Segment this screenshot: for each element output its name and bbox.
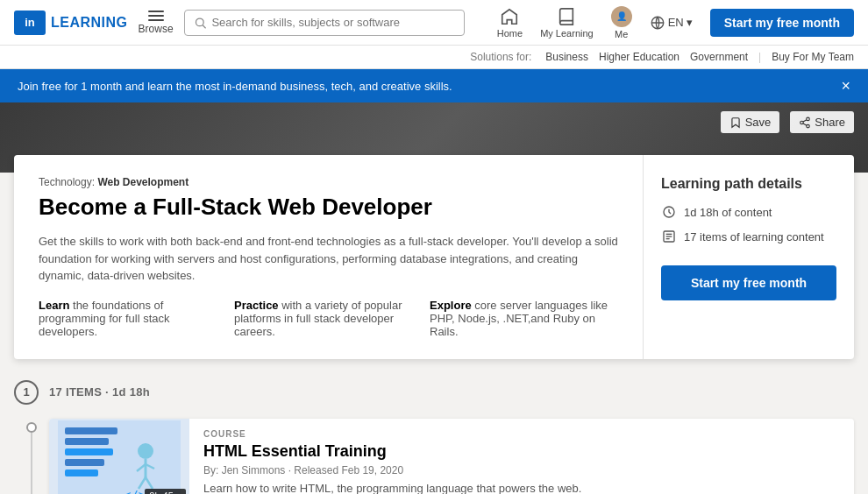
course-meta-1: By: Jen Simmons · Released Feb 19, 2020 <box>203 464 840 476</box>
items-section: 1 17 ITEMS · 1d 18h <box>14 380 854 494</box>
course-description: Get the skills to work with both back-en… <box>39 233 618 285</box>
card-right: Learning path details 1d 18h of content … <box>644 155 854 359</box>
search-bar[interactable] <box>184 10 465 36</box>
svg-rect-16 <box>65 448 113 455</box>
search-icon <box>194 16 207 30</box>
course-item-1[interactable]: </> 2h 45m COURSE HTML Essential Trainin… <box>49 419 854 494</box>
svg-rect-14 <box>65 427 117 434</box>
items-circle: 1 <box>14 380 39 405</box>
timeline-left <box>14 419 49 494</box>
svg-text:</>: </> <box>124 488 146 494</box>
timeline-dot <box>26 422 37 433</box>
course-blurb-1: Learn how to write HTML, the programming… <box>203 482 840 494</box>
secondary-nav: Solutions for: Business Higher Education… <box>0 46 868 69</box>
thumb-illustration-1: </> <box>49 419 189 494</box>
side-title: Learning path details <box>661 176 836 192</box>
bookmark-icon <box>729 116 742 129</box>
avatar: 👤 <box>611 6 632 27</box>
course-type-1: COURSE <box>203 429 840 439</box>
course-info-1: COURSE HTML Essential Training By: Jen S… <box>189 419 854 494</box>
svg-line-7 <box>803 119 807 121</box>
browse-button[interactable]: Browse <box>139 11 174 35</box>
book-icon <box>557 7 576 26</box>
items-count-text: 17 items of learning content <box>684 230 824 243</box>
items-count-row: 17 items of learning content <box>661 229 836 244</box>
hamburger-icon <box>148 11 164 21</box>
business-link[interactable]: Business <box>545 51 588 63</box>
start-my-free-month-button[interactable]: Start my free month <box>661 265 836 300</box>
feature3: Explore core server languages like PHP, … <box>430 299 618 338</box>
items-header: 1 17 ITEMS · 1d 18h <box>14 380 854 405</box>
government-link[interactable]: Government <box>690 51 748 63</box>
html-illustration: </> <box>58 420 181 494</box>
feature2: Practice with a variety of popular platf… <box>234 299 423 338</box>
svg-line-1 <box>203 25 205 27</box>
logo-area[interactable]: in LEARNING <box>14 11 128 35</box>
hero-actions: Save Share <box>721 111 854 133</box>
svg-point-3 <box>807 117 810 121</box>
learning-logo-text: LEARNING <box>51 15 128 31</box>
share-button[interactable]: Share <box>790 111 854 133</box>
list-icon <box>661 229 677 244</box>
svg-rect-18 <box>65 469 98 476</box>
timeline-line <box>31 433 32 494</box>
course-card: Technology: Web Development Become a Ful… <box>14 155 854 359</box>
solutions-label: Solutions for: <box>470 51 531 63</box>
language-selector[interactable]: EN ▾ <box>650 15 693 31</box>
buy-for-my-team-link[interactable]: Buy For My Team <box>772 51 854 63</box>
svg-rect-17 <box>65 459 104 466</box>
duration-badge-1: 2h 45m <box>145 489 186 494</box>
card-left: Technology: Web Development Become a Ful… <box>14 155 644 359</box>
my-learning-nav-item[interactable]: My Learning <box>540 7 594 39</box>
search-input[interactable] <box>211 16 454 29</box>
higher-education-link[interactable]: Higher Education <box>599 51 679 63</box>
main-content: Technology: Web Development Become a Ful… <box>0 155 868 494</box>
content-duration-text: 1d 18h of content <box>684 206 772 219</box>
course-title: Become a Full-Stack Web Developer <box>39 194 618 221</box>
promo-banner: Join free for 1 month and learn the most… <box>0 69 868 102</box>
items-meta: 17 ITEMS · 1d 18h <box>49 385 150 399</box>
banner-close-button[interactable]: × <box>841 78 850 94</box>
start-free-month-button[interactable]: Start my free month <box>710 9 854 37</box>
nav-right: Home My Learning 👤 Me EN ▾ Start my free… <box>497 6 854 39</box>
svg-point-4 <box>800 121 804 124</box>
me-nav-item[interactable]: 👤 Me <box>611 6 632 39</box>
feature-grid: Learn the foundations of programming for… <box>39 299 618 338</box>
course-name-1: HTML Essential Training <box>203 442 840 461</box>
chevron-down-icon: ▾ <box>687 16 693 29</box>
banner-text: Join free for 1 month and learn the most… <box>18 80 452 93</box>
svg-point-5 <box>807 124 810 128</box>
svg-line-6 <box>803 123 807 124</box>
svg-point-0 <box>196 18 203 26</box>
svg-point-19 <box>138 443 153 459</box>
share-icon <box>799 116 811 129</box>
breadcrumb: Technology: Web Development <box>39 176 618 188</box>
feature1: Learn the foundations of programming for… <box>39 299 227 338</box>
timeline: </> 2h 45m COURSE HTML Essential Trainin… <box>14 419 854 494</box>
linkedin-logo-icon: in <box>14 11 46 35</box>
save-button[interactable]: Save <box>721 111 780 133</box>
navbar: in LEARNING Browse Home My Learning 👤 Me… <box>0 0 868 46</box>
globe-icon <box>650 15 665 31</box>
svg-rect-15 <box>65 438 109 445</box>
timeline-right: </> 2h 45m COURSE HTML Essential Trainin… <box>49 419 854 494</box>
home-icon <box>500 7 519 26</box>
clock-icon <box>661 204 677 220</box>
home-nav-item[interactable]: Home <box>497 7 523 39</box>
course-thumb-1: </> 2h 45m <box>49 419 189 494</box>
content-duration-row: 1d 18h of content <box>661 204 836 220</box>
browse-label: Browse <box>139 23 174 35</box>
